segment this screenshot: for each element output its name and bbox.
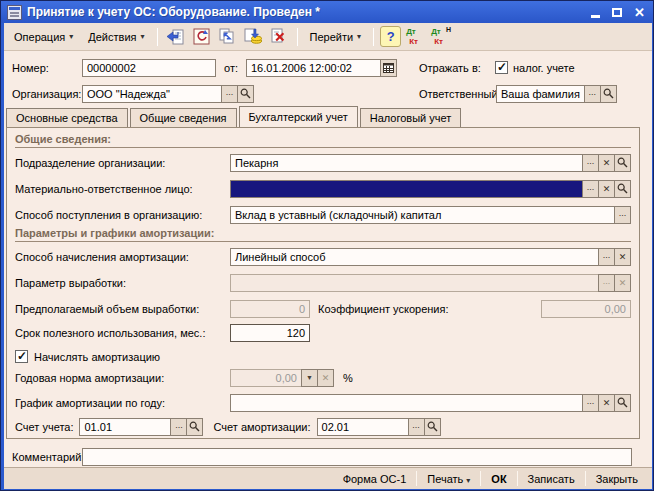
- responsible-open-button[interactable]: [600, 85, 617, 103]
- calendar-button[interactable]: [380, 59, 397, 77]
- responsible-person-open-button[interactable]: [614, 180, 631, 198]
- annual-rate-clear-button[interactable]: [317, 369, 334, 387]
- actions-menu[interactable]: Действия: [82, 28, 150, 46]
- depreciation-account-select-button[interactable]: [408, 418, 425, 436]
- depreciation-schedule-group: [230, 394, 631, 412]
- receipt-method-select-button[interactable]: [614, 206, 631, 224]
- output-param-clear-button[interactable]: [614, 274, 631, 292]
- depreciation-method-group: Линейный способ: [230, 248, 631, 266]
- goto-menu[interactable]: Перейти: [304, 28, 368, 46]
- chevron-down-icon: ▾: [466, 476, 470, 485]
- responsible-label: Ответственный:: [419, 88, 496, 100]
- depreciation-account-label: Счет амортизации:: [213, 421, 310, 433]
- responsible-person-select-button[interactable]: [582, 180, 599, 198]
- toolbar-separator: [373, 28, 374, 46]
- minimize-button[interactable]: [591, 15, 600, 18]
- department-clear-button[interactable]: [598, 154, 615, 172]
- depreciation-method-clear-button[interactable]: [614, 248, 631, 266]
- post-document-icon: [244, 28, 262, 45]
- output-param-group: [230, 274, 631, 292]
- close-window-button[interactable]: Закрыть: [586, 470, 648, 488]
- titlebar[interactable]: Принятие к учету ОС: Оборудование. Прове…: [1, 1, 654, 23]
- toolbar-separator: [297, 28, 298, 46]
- toolbar-separator: [157, 28, 158, 46]
- annual-rate-dropdown-button[interactable]: [301, 369, 318, 387]
- accrue-depreciation-checkbox[interactable]: [15, 350, 28, 363]
- date-input[interactable]: 16.01.2006 12:00:02: [246, 59, 381, 77]
- acceleration-label: Коэффициент ускорения:: [318, 303, 533, 315]
- reflect-in-label: Отражать в:: [419, 62, 491, 74]
- depreciation-method-label: Способ начисления амортизации:: [15, 251, 230, 263]
- form-os1-button[interactable]: Форма ОС-1: [333, 470, 417, 488]
- refresh-icon: [193, 28, 210, 45]
- toolbar: Операция Действия: [4, 23, 652, 51]
- calendar-icon: [383, 62, 394, 73]
- maximize-button[interactable]: [612, 8, 622, 17]
- receipt-method-input[interactable]: Вклад в уставный (складочный) капитал: [230, 206, 615, 224]
- ok-button[interactable]: ОК: [481, 470, 516, 488]
- responsible-select-button[interactable]: [584, 85, 601, 103]
- organization-input[interactable]: ООО "Надежда": [82, 85, 222, 103]
- accrue-depreciation-row: Начислять амортизацию: [15, 347, 631, 366]
- schedule-open-button[interactable]: [614, 394, 631, 412]
- responsible-person-input[interactable]: [230, 180, 583, 198]
- close-button[interactable]: [634, 6, 645, 19]
- tab-accounting[interactable]: Бухгалтерский учет: [239, 106, 358, 127]
- responsible-person-clear-button[interactable]: [598, 180, 615, 198]
- show-postings-button[interactable]: Дт Кт: [404, 26, 426, 48]
- tab-tax-accounting[interactable]: Налоговый учет: [360, 108, 462, 127]
- account-input[interactable]: 01.01: [79, 418, 171, 436]
- tab-general-info[interactable]: Общие сведения: [130, 108, 237, 127]
- depreciation-method-row: Способ начисления амортизации: Линейный …: [15, 247, 631, 266]
- refresh-button[interactable]: [190, 25, 213, 48]
- depreciation-account-input[interactable]: 02.01: [317, 418, 409, 436]
- magnifier-icon: [240, 88, 251, 99]
- output-param-input[interactable]: [230, 274, 599, 292]
- copy-structure-button[interactable]: [216, 25, 239, 48]
- document-icon: [7, 5, 22, 20]
- expected-output-input[interactable]: 0: [230, 300, 310, 318]
- document-window: Принятие к учету ОС: Оборудование. Прове…: [0, 0, 654, 491]
- department-input[interactable]: Пекарня: [230, 154, 583, 172]
- save-button[interactable]: Записать: [518, 470, 585, 488]
- expected-output-label: Предполагаемый объем выработки:: [15, 303, 230, 315]
- responsible-person-group: [230, 180, 631, 198]
- comment-input[interactable]: [82, 448, 632, 466]
- organization-open-button[interactable]: [237, 85, 254, 103]
- cancel-posting-icon: [270, 28, 288, 45]
- depreciation-account-open-button[interactable]: [424, 418, 441, 436]
- tab-fixed-assets[interactable]: Основные средства: [6, 108, 128, 127]
- department-open-button[interactable]: [614, 154, 631, 172]
- schedule-clear-button[interactable]: [598, 394, 615, 412]
- copy-structure-icon: [218, 28, 236, 45]
- tab-bar: Основные средства Общие сведения Бухгалт…: [6, 107, 463, 127]
- depreciation-schedule-input[interactable]: [230, 394, 583, 412]
- tax-accounting-checkbox[interactable]: [495, 61, 508, 74]
- account-select-button[interactable]: [170, 418, 187, 436]
- window-body: Операция Действия: [4, 23, 652, 489]
- date-group: 16.01.2006 12:00:02: [246, 59, 397, 77]
- depreciation-method-select-button[interactable]: [598, 248, 615, 266]
- department-select-button[interactable]: [582, 154, 599, 172]
- annual-rate-input[interactable]: 0,00: [230, 369, 302, 387]
- output-param-select-button[interactable]: [598, 274, 615, 292]
- depreciation-method-input[interactable]: Линейный способ: [230, 248, 599, 266]
- acceleration-input[interactable]: 0,00: [541, 300, 631, 318]
- number-input[interactable]: 00000002: [82, 59, 216, 77]
- organization-select-button[interactable]: [221, 85, 238, 103]
- operation-menu[interactable]: Операция: [8, 28, 79, 46]
- responsible-input[interactable]: Ваша фамилия: [496, 85, 585, 103]
- cancel-posting-button[interactable]: [268, 25, 291, 48]
- print-button[interactable]: Печать▾: [417, 470, 480, 488]
- organization-label: Организация:: [12, 88, 82, 100]
- help-button[interactable]: ?: [380, 26, 401, 47]
- schedule-select-button[interactable]: [582, 394, 599, 412]
- account-open-button[interactable]: [186, 418, 203, 436]
- post-document-button[interactable]: [242, 25, 265, 48]
- show-tax-postings-button[interactable]: Дт Кт Н: [429, 26, 451, 48]
- receipt-method-group: Вклад в уставный (складочный) капитал: [230, 206, 631, 224]
- magnifier-icon: [189, 421, 200, 432]
- reread-document-button[interactable]: [164, 25, 187, 48]
- magnifier-icon: [603, 88, 614, 99]
- useful-life-input[interactable]: 120: [230, 324, 310, 342]
